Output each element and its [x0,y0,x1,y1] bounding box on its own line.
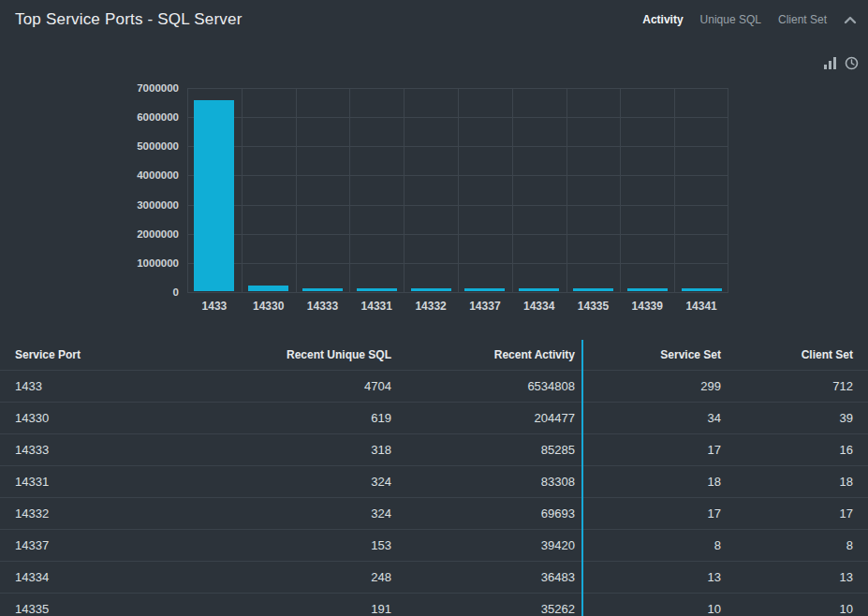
gridline [404,88,405,292]
gridline [187,88,188,292]
cell-client-set: 712 [736,371,868,403]
tab-client-set[interactable]: Client Set [778,13,827,26]
cell-recent-activity: 83308 [406,466,590,498]
cell-recent-unique-sql: 324 [225,466,406,498]
y-axis-label: 3000000 [137,199,179,211]
cell-client-set: 17 [736,498,868,530]
cell-recent-unique-sql: 4704 [225,371,406,403]
bar-14339[interactable] [627,288,668,291]
gridline [674,88,675,292]
table-row[interactable]: 14335191352621010 [0,594,868,616]
cell-client-set: 18 [736,466,868,498]
cell-service-set: 18 [590,466,736,498]
cell-recent-unique-sql: 619 [225,403,406,434]
gridline [187,292,728,293]
table-row[interactable]: 143347046534808299712 [0,371,868,403]
table-row[interactable]: 14334248364831313 [0,562,868,594]
chart-toolbar [824,56,859,70]
cell-recent-activity: 39420 [406,530,590,562]
column-header-recent-unique-sql[interactable]: Recent Unique SQL [225,340,406,371]
service-ports-table: Service PortRecent Unique SQLRecent Acti… [0,340,868,616]
tab-bar: Activity Unique SQL Client Set [642,13,857,26]
table-row[interactable]: 14331324833081818 [0,466,868,498]
column-header-client-set[interactable]: Client Set [736,340,868,371]
cell-service-set: 10 [590,594,736,616]
table-row[interactable]: 14332324696931717 [0,498,868,530]
table-header: Service PortRecent Unique SQLRecent Acti… [0,340,868,371]
bar-14332[interactable] [411,288,451,291]
x-axis-label: 14341 [674,300,728,313]
bar-14331[interactable] [357,288,397,291]
column-header-recent-activity[interactable]: Recent Activity [406,340,590,371]
y-axis-label: 0 [173,286,179,298]
cell-service-set: 17 [590,434,736,466]
bar-14335[interactable] [573,288,613,291]
y-axis-label: 4000000 [137,169,179,181]
cell-service-port: 14335 [0,594,225,616]
x-axis-label: 14334 [512,300,566,313]
table-row[interactable]: 14333318852851716 [0,434,868,466]
gridline [512,88,513,292]
y-axis-label: 5000000 [137,140,179,152]
bar-14334[interactable] [519,288,559,291]
cell-recent-unique-sql: 324 [225,498,406,530]
service-ports-table-section: Service PortRecent Unique SQLRecent Acti… [0,340,868,616]
table-body: 1433470465348082997121433061920447734391… [0,371,868,616]
tab-activity[interactable]: Activity [642,13,683,26]
cell-service-set: 17 [590,498,736,530]
cell-service-set: 8 [590,530,736,562]
cell-client-set: 39 [736,403,868,434]
gridline [242,88,243,292]
cell-recent-activity: 35262 [406,594,590,616]
cell-recent-unique-sql: 318 [225,434,406,466]
cell-service-port: 14331 [0,466,225,498]
cell-service-port: 14337 [0,530,225,562]
gridline [458,88,459,292]
x-axis-label: 14331 [349,300,404,313]
gridline [728,88,728,292]
x-axis-label: 14333 [296,300,350,313]
cell-recent-activity: 204477 [406,403,590,434]
tab-unique-sql[interactable]: Unique SQL [700,13,761,26]
bar-1433[interactable] [194,100,234,291]
gridline [620,88,621,292]
cell-client-set: 16 [736,434,868,466]
cell-recent-activity: 36483 [406,562,590,594]
cell-recent-unique-sql: 191 [225,594,406,616]
header: Top Service Ports - SQL Server Activity … [0,0,868,36]
x-axis-label: 14335 [566,300,621,313]
table-row[interactable]: 143371533942088 [0,530,868,562]
table-row[interactable]: 143306192044773439 [0,403,868,434]
page-title: Top Service Ports - SQL Server [15,10,243,29]
column-header-service-port[interactable]: Service Port [0,340,225,371]
chart-x-axis: 1433143301433314331143321433714334143351… [187,300,728,313]
cell-service-port: 14334 [0,562,225,594]
cell-client-set: 13 [736,562,868,594]
y-axis-label: 1000000 [137,257,179,269]
cell-service-set: 299 [590,371,736,403]
cell-client-set: 10 [736,594,868,616]
cell-service-port: 14333 [0,434,225,466]
x-axis-label: 14339 [620,300,674,313]
cell-recent-unique-sql: 248 [225,562,406,594]
cell-service-port: 14332 [0,498,225,530]
cell-service-set: 13 [590,562,736,594]
collapse-chevron-up-icon[interactable] [844,16,857,24]
y-axis-label: 7000000 [137,82,179,94]
bar-14333[interactable] [302,288,343,291]
bar-14341[interactable] [682,288,722,291]
gridline [296,88,297,292]
y-axis-label: 2000000 [137,228,179,240]
bar-14330[interactable] [248,286,288,291]
bar-chart: 7000000600000050000004000000300000020000… [0,88,868,292]
cell-service-port: 14330 [0,403,225,434]
cell-service-port: 1433 [0,371,225,403]
cell-recent-activity: 6534808 [406,371,590,403]
x-axis-label: 1433 [187,300,242,313]
bar-chart-icon[interactable] [824,57,836,69]
column-header-service-set[interactable]: Service Set [590,340,736,371]
clock-icon[interactable] [845,56,859,70]
gridline [566,88,567,292]
cell-client-set: 8 [736,530,868,562]
bar-14337[interactable] [464,288,505,291]
